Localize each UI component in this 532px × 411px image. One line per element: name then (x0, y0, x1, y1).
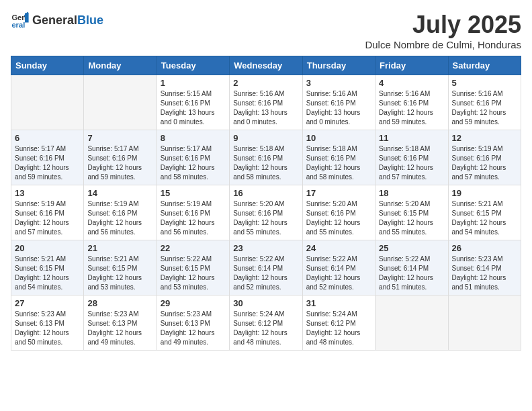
day-info: Sunrise: 5:21 AM Sunset: 6:15 PM Dayligh… (15, 255, 80, 292)
day-number: 26 (452, 243, 517, 253)
weekday-header-wednesday: Wednesday (230, 56, 302, 75)
calendar-cell: 13Sunrise: 5:19 AM Sunset: 6:16 PM Dayli… (11, 185, 84, 240)
calendar-cell (11, 75, 84, 130)
day-number: 21 (87, 243, 152, 253)
day-number: 16 (233, 188, 298, 198)
day-info: Sunrise: 5:17 AM Sunset: 6:16 PM Dayligh… (87, 144, 152, 182)
day-info: Sunrise: 5:22 AM Sunset: 6:14 PM Dayligh… (379, 255, 444, 292)
calendar-cell: 14Sunrise: 5:19 AM Sunset: 6:16 PM Dayli… (84, 185, 157, 240)
logo: Gen eral General Blue (11, 11, 103, 30)
weekday-header-thursday: Thursday (302, 56, 375, 75)
calendar-cell: 30Sunrise: 5:24 AM Sunset: 6:12 PM Dayli… (230, 295, 302, 351)
calendar-cell: 4Sunrise: 5:16 AM Sunset: 6:16 PM Daylig… (375, 75, 448, 130)
day-info: Sunrise: 5:16 AM Sunset: 6:16 PM Dayligh… (452, 89, 517, 127)
day-info: Sunrise: 5:23 AM Sunset: 6:13 PM Dayligh… (15, 310, 80, 347)
day-info: Sunrise: 5:16 AM Sunset: 6:16 PM Dayligh… (379, 89, 444, 127)
day-number: 27 (15, 298, 80, 308)
day-info: Sunrise: 5:22 AM Sunset: 6:14 PM Dayligh… (233, 255, 298, 292)
calendar-cell: 20Sunrise: 5:21 AM Sunset: 6:15 PM Dayli… (11, 240, 84, 295)
day-number: 23 (233, 243, 298, 253)
day-info: Sunrise: 5:20 AM Sunset: 6:16 PM Dayligh… (233, 199, 298, 237)
day-number: 29 (161, 298, 226, 308)
calendar-cell: 28Sunrise: 5:23 AM Sunset: 6:13 PM Dayli… (84, 295, 157, 351)
day-number: 17 (306, 188, 371, 198)
day-number: 5 (452, 78, 517, 88)
day-info: Sunrise: 5:18 AM Sunset: 6:16 PM Dayligh… (306, 144, 371, 182)
day-number: 30 (233, 298, 298, 308)
day-info: Sunrise: 5:21 AM Sunset: 6:15 PM Dayligh… (87, 255, 152, 292)
weekday-header-sunday: Sunday (11, 56, 84, 75)
day-info: Sunrise: 5:19 AM Sunset: 6:16 PM Dayligh… (161, 199, 226, 237)
calendar-cell (375, 295, 448, 351)
month-title: July 2025 (365, 11, 521, 39)
day-number: 28 (87, 298, 152, 308)
day-number: 9 (233, 133, 298, 143)
calendar-cell: 27Sunrise: 5:23 AM Sunset: 6:13 PM Dayli… (11, 295, 84, 351)
calendar-week-row: 6Sunrise: 5:17 AM Sunset: 6:16 PM Daylig… (11, 130, 521, 185)
day-info: Sunrise: 5:18 AM Sunset: 6:16 PM Dayligh… (379, 144, 444, 182)
calendar-week-row: 20Sunrise: 5:21 AM Sunset: 6:15 PM Dayli… (11, 240, 521, 295)
calendar-cell: 31Sunrise: 5:24 AM Sunset: 6:12 PM Dayli… (302, 295, 375, 351)
calendar-cell: 21Sunrise: 5:21 AM Sunset: 6:15 PM Dayli… (84, 240, 157, 295)
day-number: 14 (87, 188, 152, 198)
day-info: Sunrise: 5:16 AM Sunset: 6:16 PM Dayligh… (306, 89, 371, 127)
weekday-header-saturday: Saturday (448, 56, 521, 75)
subtitle: Dulce Nombre de Culmi, Honduras (365, 39, 521, 50)
calendar-cell: 8Sunrise: 5:17 AM Sunset: 6:16 PM Daylig… (157, 130, 229, 185)
calendar-cell: 24Sunrise: 5:22 AM Sunset: 6:14 PM Dayli… (302, 240, 375, 295)
day-number: 25 (379, 243, 444, 253)
day-number: 6 (15, 133, 80, 143)
day-info: Sunrise: 5:23 AM Sunset: 6:13 PM Dayligh… (161, 310, 226, 347)
day-number: 3 (306, 78, 371, 88)
calendar-cell: 7Sunrise: 5:17 AM Sunset: 6:16 PM Daylig… (84, 130, 157, 185)
calendar-cell: 25Sunrise: 5:22 AM Sunset: 6:14 PM Dayli… (375, 240, 448, 295)
calendar-cell: 11Sunrise: 5:18 AM Sunset: 6:16 PM Dayli… (375, 130, 448, 185)
logo-general-text: General (32, 13, 77, 28)
day-info: Sunrise: 5:17 AM Sunset: 6:16 PM Dayligh… (15, 144, 80, 182)
day-number: 10 (306, 133, 371, 143)
calendar-cell: 10Sunrise: 5:18 AM Sunset: 6:16 PM Dayli… (302, 130, 375, 185)
calendar-cell (448, 295, 521, 351)
day-info: Sunrise: 5:15 AM Sunset: 6:16 PM Dayligh… (161, 89, 226, 127)
day-info: Sunrise: 5:19 AM Sunset: 6:16 PM Dayligh… (15, 199, 80, 237)
calendar-cell: 17Sunrise: 5:20 AM Sunset: 6:16 PM Dayli… (302, 185, 375, 240)
day-number: 1 (161, 78, 226, 88)
weekday-header-friday: Friday (375, 56, 448, 75)
calendar-cell: 1Sunrise: 5:15 AM Sunset: 6:16 PM Daylig… (157, 75, 229, 130)
day-info: Sunrise: 5:20 AM Sunset: 6:16 PM Dayligh… (306, 199, 371, 237)
calendar-cell: 6Sunrise: 5:17 AM Sunset: 6:16 PM Daylig… (11, 130, 84, 185)
calendar-week-row: 27Sunrise: 5:23 AM Sunset: 6:13 PM Dayli… (11, 295, 521, 351)
day-info: Sunrise: 5:18 AM Sunset: 6:16 PM Dayligh… (233, 144, 298, 182)
calendar-cell: 2Sunrise: 5:16 AM Sunset: 6:16 PM Daylig… (230, 75, 302, 130)
day-number: 4 (379, 78, 444, 88)
day-info: Sunrise: 5:22 AM Sunset: 6:14 PM Dayligh… (306, 255, 371, 292)
day-number: 15 (161, 188, 226, 198)
day-number: 13 (15, 188, 80, 198)
calendar-cell: 15Sunrise: 5:19 AM Sunset: 6:16 PM Dayli… (157, 185, 229, 240)
day-info: Sunrise: 5:20 AM Sunset: 6:15 PM Dayligh… (379, 199, 444, 237)
weekday-header-monday: Monday (84, 56, 157, 75)
day-number: 18 (379, 188, 444, 198)
day-number: 20 (15, 243, 80, 253)
day-number: 11 (379, 133, 444, 143)
day-info: Sunrise: 5:21 AM Sunset: 6:15 PM Dayligh… (452, 199, 517, 237)
calendar-cell: 12Sunrise: 5:19 AM Sunset: 6:16 PM Dayli… (448, 130, 521, 185)
logo-icon: Gen eral (11, 11, 30, 30)
day-number: 2 (233, 78, 298, 88)
header: Gen eral General Blue July 2025 Dulce No… (11, 11, 521, 50)
weekday-header-row: SundayMondayTuesdayWednesdayThursdayFrid… (11, 56, 521, 75)
calendar-week-row: 13Sunrise: 5:19 AM Sunset: 6:16 PM Dayli… (11, 185, 521, 240)
calendar-cell (84, 75, 157, 130)
calendar-week-row: 1Sunrise: 5:15 AM Sunset: 6:16 PM Daylig… (11, 75, 521, 130)
day-number: 31 (306, 298, 371, 308)
logo-blue-text: Blue (77, 13, 103, 28)
weekday-header-tuesday: Tuesday (157, 56, 229, 75)
title-area: July 2025 Dulce Nombre de Culmi, Hondura… (365, 11, 521, 50)
day-number: 12 (452, 133, 517, 143)
calendar-cell: 26Sunrise: 5:23 AM Sunset: 6:14 PM Dayli… (448, 240, 521, 295)
calendar-cell: 18Sunrise: 5:20 AM Sunset: 6:15 PM Dayli… (375, 185, 448, 240)
day-info: Sunrise: 5:17 AM Sunset: 6:16 PM Dayligh… (161, 144, 226, 182)
calendar-cell: 9Sunrise: 5:18 AM Sunset: 6:16 PM Daylig… (230, 130, 302, 185)
day-number: 8 (161, 133, 226, 143)
day-info: Sunrise: 5:23 AM Sunset: 6:13 PM Dayligh… (87, 310, 152, 347)
